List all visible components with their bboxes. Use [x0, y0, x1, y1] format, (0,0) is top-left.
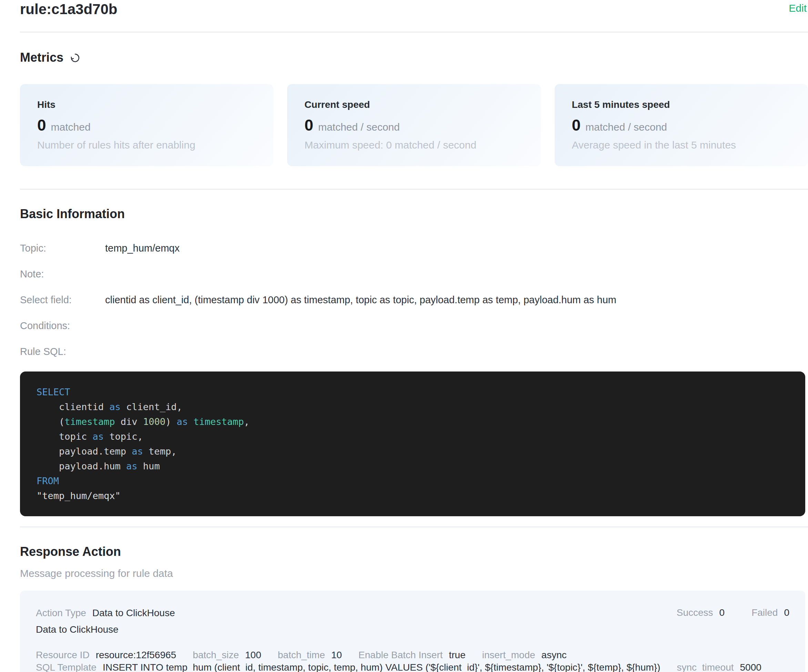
failed-label: Failed — [751, 607, 778, 618]
response-action-subtitle: Message processing for rule data — [20, 567, 808, 580]
action-card-top-row: Action Type Data to ClickHouse Success 0… — [36, 607, 790, 619]
divider-rule-sql — [20, 527, 808, 527]
attr-label: insert_mode — [482, 649, 535, 661]
edit-link[interactable]: Edit — [789, 2, 806, 15]
metrics-heading: Metrics — [20, 50, 808, 65]
response-action-section: Response Action Message processing for r… — [20, 545, 808, 672]
attr-sync-timeout: sync_timeout 5000 — [677, 662, 761, 672]
action-type-pair: Action Type Data to ClickHouse — [36, 607, 175, 619]
attr-value: 100 — [245, 649, 261, 661]
metric-card-title: Last 5 minutes speed — [572, 99, 791, 110]
action-attributes-row-2: SQL Template INSERT INTO temp_hum (clien… — [36, 662, 790, 672]
metric-card-current-speed: Current speed 0 matched / second Maximum… — [287, 84, 541, 166]
metric-unit: matched / second — [318, 121, 400, 133]
rule-sql-code-block: SELECT clientid as client_id, (timestamp… — [20, 372, 805, 516]
response-action-heading: Response Action — [20, 545, 808, 559]
action-type-label: Action Type — [36, 607, 86, 619]
metric-card-title: Hits — [37, 99, 256, 110]
page-title: rule:c1a3d70b — [20, 2, 117, 17]
info-label: Topic: — [20, 242, 105, 254]
basic-information-rows: Topic: temp_hum/emqx Note: Select field:… — [20, 242, 808, 358]
attr-value: resource:12f56965 — [96, 649, 177, 661]
attr-sql-template: SQL Template INSERT INTO temp_hum (clien… — [36, 662, 661, 672]
info-row-topic: Topic: temp_hum/emqx — [20, 242, 808, 254]
metric-value-row: 0 matched / second — [572, 117, 791, 134]
info-label: Note: — [20, 268, 105, 280]
action-stats: Success 0 Failed 0 — [677, 607, 790, 618]
info-value: clientid as client_id, (timestamp div 10… — [105, 293, 616, 306]
page-header: rule:c1a3d70b Edit — [20, 0, 808, 32]
failed-count: 0 — [784, 607, 790, 618]
attr-enable-batch-insert: Enable Batch Insert true — [359, 649, 466, 661]
info-label: Conditions: — [20, 319, 105, 332]
metric-description: Number of rules hits after enabling — [37, 139, 256, 151]
metric-value-row: 0 matched — [37, 117, 256, 134]
attr-batch-time: batch_time 10 — [278, 649, 342, 661]
attr-label: SQL Template — [36, 662, 97, 672]
action-type-value: Data to ClickHouse — [92, 607, 175, 619]
metric-value-row: 0 matched / second — [304, 117, 523, 134]
attr-label: batch_size — [193, 649, 239, 661]
metric-unit: matched / second — [585, 121, 667, 133]
info-label: Select field: — [20, 293, 105, 306]
divider-metrics — [20, 189, 808, 190]
metric-value: 0 — [304, 117, 313, 134]
refresh-icon[interactable] — [69, 52, 81, 64]
attr-value: async — [541, 649, 567, 661]
attr-insert-mode: insert_mode async — [482, 649, 566, 661]
info-row-select-field: Select field: clientid as client_id, (ti… — [20, 293, 808, 306]
basic-information-heading: Basic Information — [20, 207, 808, 221]
metric-value: 0 — [37, 117, 46, 134]
action-name: Data to ClickHouse — [36, 624, 790, 635]
info-value: temp_hum/emqx — [105, 242, 180, 254]
info-row-conditions: Conditions: — [20, 319, 808, 332]
action-attributes-row-1: Resource ID resource:12f56965 batch_size… — [36, 649, 790, 661]
metric-card-title: Current speed — [304, 99, 523, 110]
basic-information-section: Basic Information Topic: temp_hum/emqx N… — [20, 207, 808, 516]
attr-value: INSERT INTO temp_hum (client_id, timesta… — [103, 662, 661, 672]
metric-cards: Hits 0 matched Number of rules hits afte… — [20, 84, 808, 166]
attr-label: sync_timeout — [677, 662, 734, 672]
success-count: 0 — [720, 607, 725, 618]
metric-card-last-5-minutes-speed: Last 5 minutes speed 0 matched / second … — [555, 84, 808, 166]
attr-value: 5000 — [740, 662, 761, 672]
attr-resource-id: Resource ID resource:12f56965 — [36, 649, 176, 661]
attr-label: batch_time — [278, 649, 325, 661]
attr-value: 10 — [331, 649, 342, 661]
attr-label: Resource ID — [36, 649, 90, 661]
metric-card-hits: Hits 0 matched Number of rules hits afte… — [20, 84, 273, 166]
attr-label: Enable Batch Insert — [359, 649, 442, 661]
info-row-rule-sql: Rule SQL: — [20, 345, 808, 358]
divider-header — [20, 32, 808, 32]
metrics-heading-label: Metrics — [20, 50, 63, 65]
metric-unit: matched — [51, 121, 91, 133]
metric-description: Average speed in the last 5 minutes — [572, 139, 791, 151]
metrics-section: Metrics Hits 0 matched Number of rules h… — [20, 50, 808, 189]
rule-detail-page: rule:c1a3d70b Edit Metrics Hits 0 matche… — [0, 0, 808, 672]
attr-value: true — [449, 649, 465, 661]
metric-value: 0 — [572, 117, 581, 134]
metric-description: Maximum speed: 0 matched / second — [304, 139, 523, 151]
info-row-note: Note: — [20, 268, 808, 280]
attr-batch-size: batch_size 100 — [193, 649, 261, 661]
info-label: Rule SQL: — [20, 345, 105, 358]
success-label: Success — [677, 607, 713, 618]
action-card: Action Type Data to ClickHouse Success 0… — [20, 591, 805, 672]
